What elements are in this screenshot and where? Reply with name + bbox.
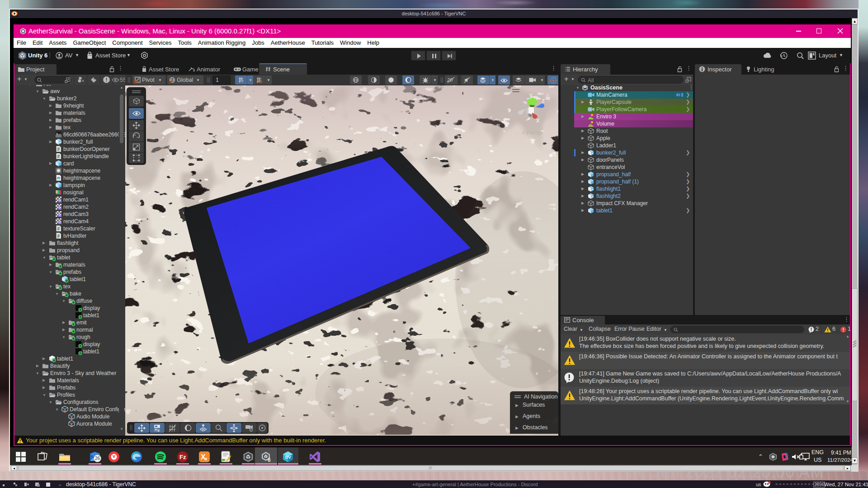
svg-text:DV: DV (285, 455, 291, 460)
svg-text:{}: {} (70, 423, 73, 427)
svg-text:#: # (57, 147, 60, 152)
svg-text:#: # (57, 226, 60, 231)
svg-text:z: z (542, 96, 545, 104)
svg-text:20: 20 (447, 77, 453, 83)
svg-text:Fz: Fz (179, 454, 186, 460)
svg-text:x: x (205, 456, 208, 461)
svg-text:#: # (57, 234, 60, 239)
svg-text:{}: {} (63, 408, 66, 413)
svg-text:#: # (57, 154, 60, 159)
svg-text:6: 6 (268, 457, 271, 463)
svg-text:Y: Y (241, 80, 244, 83)
svg-text:{}: {} (70, 416, 73, 420)
svg-text:y: y (529, 91, 533, 99)
